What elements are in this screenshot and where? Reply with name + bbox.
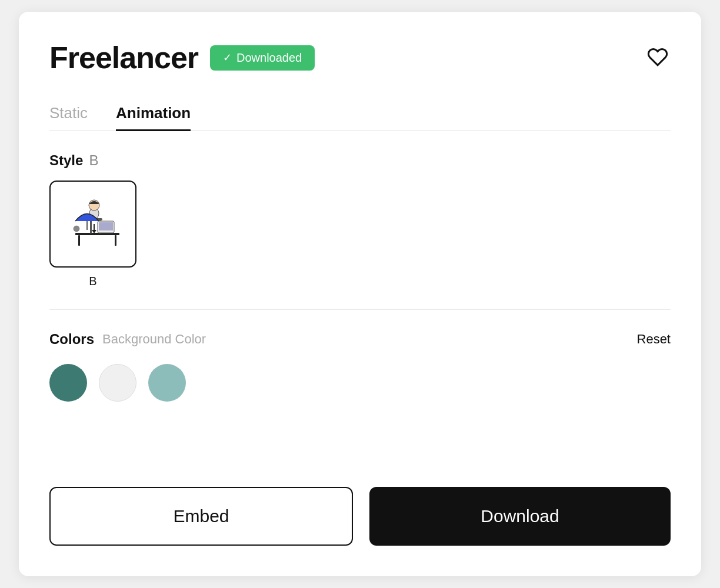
section-divider bbox=[49, 309, 671, 310]
style-title: Style bbox=[49, 152, 83, 169]
colors-swatches bbox=[49, 364, 671, 402]
colors-subtitle: Background Color bbox=[102, 332, 206, 347]
svg-rect-0 bbox=[75, 233, 119, 235]
reset-button[interactable]: Reset bbox=[637, 332, 671, 347]
colors-section: Colors Background Color Reset bbox=[49, 331, 671, 348]
svg-rect-10 bbox=[99, 222, 113, 230]
style-section: Style B bbox=[49, 152, 671, 288]
colors-title-row: Colors Background Color bbox=[49, 331, 206, 348]
download-button[interactable]: Download bbox=[369, 487, 671, 546]
badge-label: Downloaded bbox=[236, 51, 302, 65]
bottom-actions: Embed Download bbox=[49, 487, 671, 546]
check-icon: ✓ bbox=[223, 51, 232, 64]
svg-rect-1 bbox=[78, 235, 80, 246]
style-grid: B bbox=[49, 181, 671, 288]
svg-point-11 bbox=[74, 226, 79, 232]
style-illustration bbox=[58, 189, 128, 259]
style-section-title: Style B bbox=[49, 152, 671, 169]
downloaded-badge: ✓ Downloaded bbox=[210, 45, 315, 71]
header: Freelancer ✓ Downloaded bbox=[49, 40, 671, 75]
style-subtitle: B bbox=[89, 152, 98, 169]
swatch-light-gray[interactable] bbox=[99, 364, 136, 402]
style-item-label: B bbox=[89, 275, 96, 288]
colors-title: Colors bbox=[49, 331, 94, 348]
style-item: B bbox=[49, 181, 136, 288]
tab-animation[interactable]: Animation bbox=[116, 97, 191, 131]
favorite-button[interactable] bbox=[645, 44, 671, 72]
embed-button[interactable]: Embed bbox=[49, 487, 353, 546]
tab-static[interactable]: Static bbox=[49, 97, 88, 131]
card: Freelancer ✓ Downloaded Static Animation… bbox=[19, 12, 701, 576]
swatch-dark-teal[interactable] bbox=[49, 364, 87, 402]
page-title: Freelancer bbox=[49, 40, 198, 75]
swatch-light-teal[interactable] bbox=[148, 364, 186, 402]
tabs-container: Static Animation bbox=[49, 96, 671, 131]
svg-rect-2 bbox=[115, 235, 116, 246]
heart-icon bbox=[647, 46, 668, 68]
style-thumbnail[interactable] bbox=[49, 181, 136, 268]
header-left: Freelancer ✓ Downloaded bbox=[49, 40, 315, 75]
